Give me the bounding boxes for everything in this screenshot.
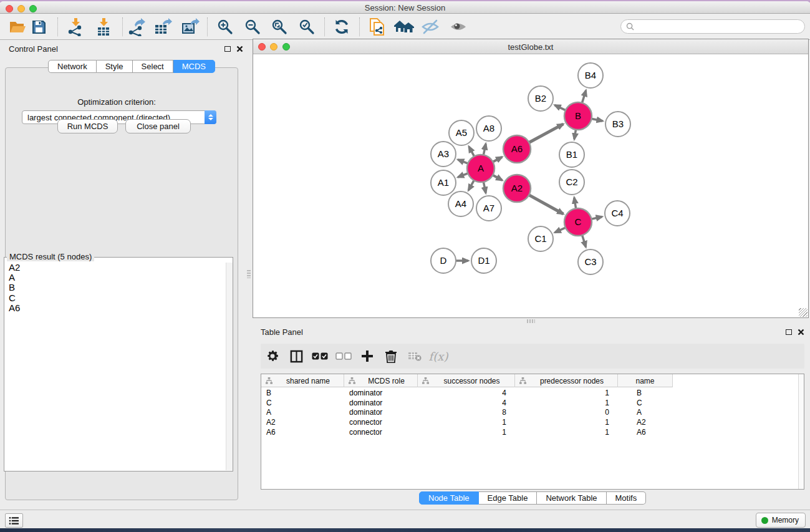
- table-row[interactable]: A6connector11A6: [261, 427, 804, 437]
- table-cell[interactable]: A2: [261, 418, 344, 427]
- run-mcds-button[interactable]: Run MCDS: [57, 119, 118, 133]
- table-cell[interactable]: 8: [418, 408, 515, 417]
- table-cell[interactable]: 4: [418, 399, 515, 407]
- function-builder-icon[interactable]: f(x): [427, 344, 450, 368]
- deselect-all-checkboxes-icon[interactable]: [332, 344, 355, 368]
- graph-node-A7[interactable]: A7: [476, 196, 501, 221]
- table-cell[interactable]: 4: [418, 389, 515, 397]
- export-table-icon[interactable]: [152, 16, 173, 37]
- table-cell[interactable]: C: [261, 399, 344, 407]
- table-settings-gear-icon[interactable]: [261, 344, 284, 368]
- table-cell[interactable]: 1: [515, 428, 618, 437]
- column-header-MCDS-role[interactable]: MCDS role: [344, 374, 418, 387]
- table-cell[interactable]: A2: [618, 418, 673, 427]
- graph-node-A6[interactable]: A6: [503, 135, 531, 163]
- table-cell[interactable]: connector: [344, 418, 418, 427]
- mcds-result-item[interactable]: B: [4, 283, 225, 293]
- column-header-predecessor-nodes[interactable]: predecessor nodes: [515, 374, 618, 387]
- table-cell[interactable]: A6: [261, 428, 344, 437]
- table-cell[interactable]: A: [261, 408, 344, 417]
- graph-node-A4[interactable]: A4: [448, 191, 473, 216]
- task-history-list-icon[interactable]: [5, 513, 23, 528]
- zoom-out-icon[interactable]: [242, 16, 263, 37]
- table-cell[interactable]: 1: [515, 418, 618, 427]
- table-cell[interactable]: A6: [618, 428, 673, 437]
- graph-node-C2[interactable]: C2: [559, 170, 584, 195]
- graph-node-D1[interactable]: D1: [471, 248, 496, 273]
- table-cell[interactable]: A: [618, 408, 673, 417]
- table-cell[interactable]: 1: [515, 399, 618, 407]
- table-row[interactable]: Adominator80A: [261, 407, 804, 417]
- search-field[interactable]: [620, 19, 805, 34]
- show-column-selector-icon[interactable]: [284, 344, 308, 368]
- graph-node-B3[interactable]: B3: [605, 112, 630, 137]
- graph-node-A2[interactable]: A2: [503, 175, 531, 202]
- table-row[interactable]: A2connector11A2: [261, 417, 804, 427]
- tab-edge-table[interactable]: Edge Table: [479, 491, 538, 505]
- delete-table-icon[interactable]: [403, 344, 427, 368]
- open-session-icon[interactable]: [7, 16, 28, 37]
- table-cell[interactable]: dominator: [344, 389, 418, 397]
- node-table-scrollbar[interactable]: [798, 374, 804, 489]
- graph-node-B1[interactable]: B1: [559, 142, 584, 167]
- column-header-successor-nodes[interactable]: successor nodes: [418, 374, 515, 387]
- table-cell[interactable]: B: [618, 389, 673, 397]
- create-column-plus-icon[interactable]: [355, 344, 379, 368]
- table-cell[interactable]: dominator: [344, 408, 418, 417]
- graph-node-A[interactable]: A: [467, 155, 494, 182]
- mcds-result-list[interactable]: A2ABCA6: [4, 263, 225, 471]
- delete-columns-trash-icon[interactable]: [379, 344, 403, 368]
- graph-edge-B-B4[interactable]: [582, 90, 586, 104]
- tab-network[interactable]: Network: [48, 60, 97, 73]
- window-resize-grip[interactable]: [799, 308, 808, 317]
- column-header-shared-name[interactable]: shared name: [261, 374, 344, 387]
- table-float-panel-icon[interactable]: [786, 329, 792, 335]
- zoom-selected-icon[interactable]: [296, 16, 317, 37]
- table-cell[interactable]: B: [261, 389, 344, 397]
- zoom-in-icon[interactable]: [215, 16, 236, 37]
- graph-node-B[interactable]: B: [564, 102, 592, 130]
- zoom-fit-icon[interactable]: [269, 16, 290, 37]
- graph-edge-C-C3[interactable]: [582, 234, 586, 247]
- refresh-view-icon[interactable]: [331, 16, 352, 37]
- home-layout-icon[interactable]: [393, 16, 415, 37]
- select-all-checkboxes-icon[interactable]: [308, 344, 332, 368]
- graph-edge-A6-B[interactable]: [528, 124, 564, 143]
- duplicate-network-icon[interactable]: [367, 16, 388, 37]
- table-cell[interactable]: 1: [418, 428, 515, 437]
- table-row[interactable]: Cdominator41C: [261, 398, 804, 408]
- tab-motifs[interactable]: Motifs: [607, 491, 647, 505]
- graph-node-C4[interactable]: C4: [605, 201, 630, 226]
- graph-node-B2[interactable]: B2: [528, 86, 553, 111]
- table-cell[interactable]: C: [618, 399, 673, 407]
- tab-node-table[interactable]: Node Table: [419, 491, 479, 505]
- mcds-result-item[interactable]: A6: [4, 303, 225, 313]
- table-cell[interactable]: dominator: [344, 399, 418, 407]
- table-cell[interactable]: connector: [344, 428, 418, 437]
- table-cell[interactable]: 0: [515, 408, 618, 417]
- close-panel-icon[interactable]: [236, 46, 243, 52]
- tab-style[interactable]: Style: [97, 60, 133, 73]
- mcds-result-item[interactable]: A: [4, 273, 225, 283]
- graph-edge-A2-C[interactable]: [528, 195, 564, 214]
- memory-button[interactable]: Memory: [756, 513, 806, 528]
- table-close-panel-icon[interactable]: [798, 329, 804, 336]
- graph-node-A1[interactable]: A1: [431, 170, 456, 195]
- window-titlebar[interactable]: Session: New Session: [0, 1, 810, 14]
- network-canvas[interactable]: B4B2BB3A5A8A6A3B1AC2A1A2A4A7C4CC1DD1C3: [253, 55, 808, 317]
- graph-node-D[interactable]: D: [431, 248, 456, 273]
- graph-node-C3[interactable]: C3: [578, 249, 603, 274]
- graph-node-C[interactable]: C: [564, 208, 592, 236]
- show-all-eye-icon[interactable]: [448, 16, 469, 37]
- table-cell[interactable]: 1: [418, 418, 515, 427]
- network-window-titlebar[interactable]: testGlobe.txt: [253, 39, 808, 54]
- save-session-icon[interactable]: [28, 16, 49, 37]
- tab-network-table[interactable]: Network Table: [537, 491, 606, 505]
- export-image-icon[interactable]: [180, 16, 201, 37]
- import-table-icon[interactable]: [93, 16, 114, 37]
- float-panel-icon[interactable]: [224, 46, 231, 52]
- graph-node-A5[interactable]: A5: [449, 120, 474, 145]
- graph-node-A3[interactable]: A3: [431, 142, 456, 167]
- hide-selected-eye-icon[interactable]: [420, 16, 441, 37]
- import-network-icon[interactable]: [65, 16, 86, 37]
